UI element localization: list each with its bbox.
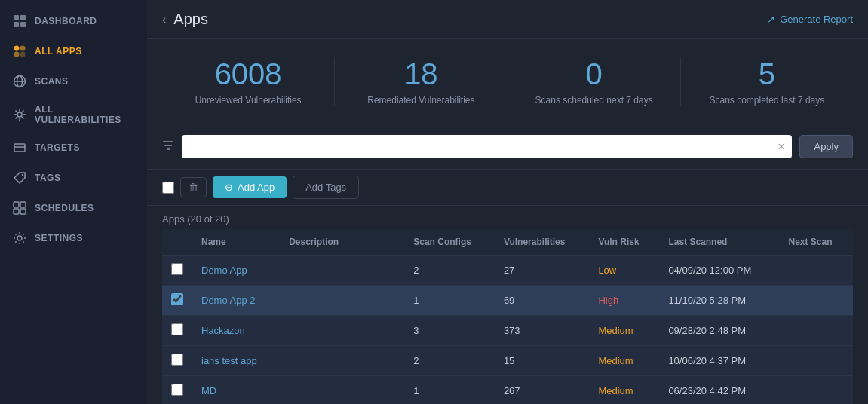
sidebar-item-targets[interactable]: Targets <box>0 133 147 163</box>
stat-scans-scheduled-label: Scans scheduled next 7 days <box>508 95 680 106</box>
table-row[interactable]: ians test app 2 15 Medium 10/06/20 4:37 … <box>162 346 853 376</box>
sidebar-item-dashboard[interactable]: Dashboard <box>0 6 147 36</box>
table-row[interactable]: Hackazon 3 373 Medium 09/28/20 2:48 PM <box>162 316 853 346</box>
col-vuln-risk: Vuln Risk <box>589 229 659 256</box>
svg-point-7 <box>20 52 26 57</box>
search-input[interactable] <box>182 135 792 158</box>
row-name: ians test app <box>192 346 280 376</box>
col-scan-configs: Scan Configs <box>404 229 495 256</box>
row-last-scanned: 11/10/20 5:28 PM <box>659 286 779 316</box>
col-checkbox <box>162 229 192 256</box>
col-name: Name <box>192 229 280 256</box>
sidebar-item-scans[interactable]: Scans <box>0 66 147 96</box>
sidebar-item-schedules[interactable]: Schedules <box>0 193 147 223</box>
svg-rect-18 <box>20 209 26 214</box>
sidebar-item-tags[interactable]: Tags <box>0 163 147 193</box>
stat-remediated-value: 18 <box>335 57 507 90</box>
stat-remediated-label: Remediated Vulnerabilities <box>335 95 507 106</box>
clear-search-button[interactable]: × <box>778 140 784 154</box>
svg-rect-15 <box>14 202 19 207</box>
svg-rect-17 <box>14 209 19 214</box>
table-title: Apps (20 of 20) <box>162 206 853 229</box>
col-next-scan: Next Scan <box>779 229 853 256</box>
row-vulnerabilities: 373 <box>495 316 590 346</box>
sidebar-item-schedules-label: Schedules <box>35 203 94 213</box>
stats-row: 6008 Unreviewed Vulnerabilities 18 Remed… <box>147 39 868 124</box>
row-vulnerabilities: 267 <box>495 376 590 405</box>
stat-remediated: 18 Remediated Vulnerabilities <box>335 57 508 106</box>
app-link[interactable]: Hackazon <box>201 325 245 336</box>
stat-scans-scheduled-value: 0 <box>508 57 680 90</box>
delete-button[interactable]: 🗑 <box>180 177 207 197</box>
col-description: Description <box>280 229 404 256</box>
table-row[interactable]: MD 1 267 Medium 06/23/20 4:42 PM <box>162 376 853 405</box>
stat-unreviewed-label: Unreviewed Vulnerabilities <box>162 95 334 106</box>
row-checkbox[interactable] <box>171 354 183 366</box>
row-checkbox[interactable] <box>171 384 183 396</box>
svg-point-5 <box>20 46 26 51</box>
apply-button[interactable]: Apply <box>799 135 853 158</box>
col-last-scanned: Last Scanned <box>659 229 779 256</box>
app-link[interactable]: MD <box>201 385 216 396</box>
svg-rect-16 <box>20 202 26 207</box>
sidebar-item-settings[interactable]: Settings <box>0 223 147 253</box>
app-link[interactable]: Demo App <box>201 265 247 276</box>
svg-point-4 <box>14 46 20 51</box>
svg-rect-12 <box>14 144 25 152</box>
select-all-checkbox[interactable] <box>162 182 174 194</box>
header-left: ‹ Apps <box>162 11 208 28</box>
row-next-scan <box>779 256 853 286</box>
page-title: Apps <box>173 11 208 28</box>
row-checkbox-cell <box>162 346 192 376</box>
row-checkbox[interactable] <box>171 323 183 335</box>
table-row[interactable]: Demo App 2 27 Low 04/09/20 12:00 PM <box>162 256 853 286</box>
row-checkbox-cell <box>162 256 192 286</box>
row-next-scan <box>779 286 853 316</box>
row-description <box>280 256 404 286</box>
back-button[interactable]: ‹ <box>162 13 166 26</box>
row-name: Demo App 2 <box>192 286 280 316</box>
trash-icon: 🗑 <box>189 182 198 193</box>
row-last-scanned: 09/28/20 2:48 PM <box>659 316 779 346</box>
page-header: ‹ Apps ↗ Generate Report <box>147 0 868 39</box>
search-wrapper: × <box>182 135 792 158</box>
target-icon <box>12 140 27 155</box>
apps-icon <box>12 44 27 59</box>
generate-report-button[interactable]: ↗ Generate Report <box>767 14 853 25</box>
row-vulnerabilities: 15 <box>495 346 590 376</box>
svg-point-19 <box>17 236 22 240</box>
row-vuln-risk: Medium <box>589 346 659 376</box>
row-checkbox-cell <box>162 376 192 405</box>
row-vulnerabilities: 69 <box>495 286 590 316</box>
table-row[interactable]: Demo App 2 1 69 High 11/10/20 5:28 PM <box>162 286 853 316</box>
tag-icon <box>12 170 27 185</box>
stat-unreviewed: 6008 Unreviewed Vulnerabilities <box>162 57 335 106</box>
row-checkbox[interactable] <box>171 263 183 275</box>
add-app-button[interactable]: ⊕ Add App <box>213 176 287 198</box>
row-checkbox[interactable] <box>171 293 183 305</box>
row-next-scan <box>779 376 853 405</box>
globe-icon <box>12 74 27 89</box>
app-link[interactable]: ians test app <box>201 355 257 366</box>
sidebar-item-scans-label: Scans <box>35 76 69 87</box>
row-next-scan <box>779 346 853 376</box>
filter-bar: × Apply <box>147 124 868 170</box>
stat-scans-completed-label: Scans completed last 7 days <box>681 95 853 106</box>
svg-rect-2 <box>14 22 19 27</box>
stat-scans-scheduled: 0 Scans scheduled next 7 days <box>508 57 681 106</box>
gear-icon <box>12 231 27 246</box>
sidebar-item-dashboard-label: Dashboard <box>35 16 97 26</box>
stat-scans-completed: 5 Scans completed last 7 days <box>681 57 853 106</box>
sidebar-item-all-apps[interactable]: All Apps <box>0 36 147 66</box>
actions-bar: 🗑 ⊕ Add App Add Tags <box>147 170 868 206</box>
row-checkbox-cell <box>162 316 192 346</box>
sidebar-item-all-vulnerabilities[interactable]: All Vulnerabilities <box>0 96 147 133</box>
app-link[interactable]: Demo App 2 <box>201 295 256 306</box>
row-last-scanned: 10/06/20 4:37 PM <box>659 346 779 376</box>
grid-icon <box>12 14 27 29</box>
col-vulnerabilities: Vulnerabilities <box>495 229 590 256</box>
add-tags-button[interactable]: Add Tags <box>293 176 359 199</box>
sidebar: Dashboard All Apps Scans <box>0 0 147 404</box>
stat-unreviewed-value: 6008 <box>162 57 334 90</box>
row-vuln-risk: Low <box>589 256 659 286</box>
